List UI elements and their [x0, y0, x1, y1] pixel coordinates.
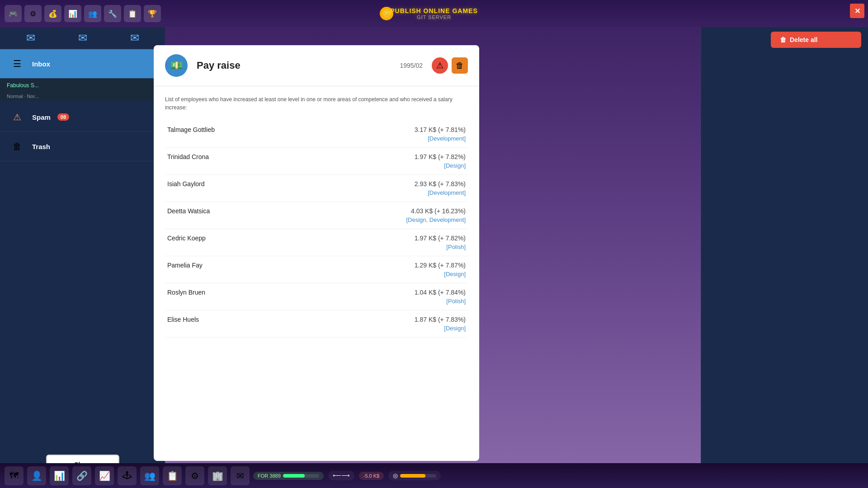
sidebar-item-trash[interactable]: 🗑 Trash [0, 132, 165, 161]
employee-row-1: Trinidad Crona 1.97 K$ (+ 7.82%) [Design… [165, 148, 468, 175]
employee-row-2: Isiah Gaylord 2.93 K$ (+ 7.83%) [Develop… [165, 175, 468, 202]
employee-skill-5: [Design] [167, 271, 466, 277]
taskbar-icon-2[interactable]: 👤 [27, 466, 46, 485]
taskbar-icon-6[interactable]: 🕹 [118, 466, 137, 485]
mail-modal-body: List of employees who have increased at … [154, 86, 479, 461]
inbox-label: Inbox [32, 60, 50, 68]
employee-skill-6: [Polish] [167, 298, 466, 305]
taskbar-icon-3[interactable]: 📊 [50, 466, 69, 485]
top-bar-icon-3[interactable]: 💰 [44, 5, 61, 22]
sidebar-item-inbox[interactable]: ☰ Inbox [0, 49, 165, 79]
employee-name-0: Talmage Gottlieb [167, 126, 215, 133]
employee-row-5: Pamelia Fay 1.29 K$ (+ 7.87%) [Design] [165, 256, 468, 283]
close-trending-button[interactable]: ✕ [850, 4, 864, 18]
employee-skill-0: [Development] [167, 135, 466, 142]
employee-salary-3: 4.03 K$ (+ 16.23%) [411, 207, 466, 215]
delete-all-label: Delete all [790, 36, 817, 43]
progress-bar-1 [283, 474, 319, 478]
inbox-icon: ☰ [9, 56, 25, 72]
employee-salary-2: 2.93 K$ (+ 7.83%) [415, 180, 466, 188]
trash-label: Trash [32, 143, 50, 150]
sidebar-item-spam[interactable]: ⚠ Spam 08 [0, 103, 165, 132]
progress-item-3: -5.0 K$ [359, 472, 384, 480]
normal-text: Normal · Nor... [0, 92, 165, 100]
mail-description: List of employees who have increased at … [165, 95, 468, 112]
taskbar-icon-7[interactable]: 👥 [140, 466, 159, 485]
mail-icon: 💵 [165, 54, 188, 77]
employee-row-4: Cedric Koepp 1.97 K$ (+ 7.82%) [Polish] [165, 229, 468, 256]
top-bar-icon-8[interactable]: 🏆 [144, 5, 161, 22]
spam-badge: 08 [57, 113, 69, 121]
employee-skill-1: [Design] [167, 162, 466, 169]
top-bar-icon-6[interactable]: 🔧 [104, 5, 121, 22]
employee-name-4: Cedric Koepp [167, 235, 206, 242]
employee-skill-3: [Design, Development] [167, 216, 466, 223]
taskbar-progress-area: FOR 3889 ⟵⟶ -5.0 K$ ◎ [253, 471, 863, 480]
progress-label-3: -5.0 K$ [363, 473, 379, 479]
employee-row-6: Roslyn Bruen 1.04 K$ (+ 7.84%) [Polish] [165, 283, 468, 310]
game-title: PUBLISH ONLINE GAMES Git Server [390, 7, 477, 20]
progress-label-2: ⟵⟶ [333, 472, 350, 479]
delete-button[interactable]: 🗑 [452, 57, 468, 74]
progress-fill-1 [283, 474, 305, 478]
progress-bar-4 [400, 474, 436, 478]
mail-nav-icon-1[interactable]: ✉ [26, 32, 35, 44]
employee-skill-4: [Polish] [167, 244, 466, 250]
mail-sidebar: ✉ ✉ ✉ ☰ Inbox Fabulous S... Normal · Nor… [0, 27, 165, 488]
game-subtitle: Git Server [390, 14, 477, 20]
taskbar-icon-10[interactable]: 🏢 [208, 466, 227, 485]
employee-salary-5: 1.29 K$ (+ 7.87%) [415, 262, 466, 269]
taskbar-icon-4[interactable]: 🔗 [72, 466, 91, 485]
employee-name-7: Elise Huels [167, 316, 199, 323]
mail-actions: ⚠ 🗑 [432, 57, 468, 74]
employee-row-0: Talmage Gottlieb 3.17 K$ (+ 7.81%) [Deve… [165, 121, 468, 148]
employee-name-6: Roslyn Bruen [167, 289, 205, 296]
employee-name-3: Deetta Watsica [167, 207, 210, 215]
taskbar-icon-9[interactable]: ⚙ [185, 466, 204, 485]
top-bar-icon-4[interactable]: 📊 [64, 5, 81, 22]
mail-modal-header: 💵 Pay raise 1995/02 ⚠ 🗑 [154, 45, 479, 86]
taskbar-icon-5[interactable]: 📈 [95, 466, 114, 485]
progress-label-4: ◎ [393, 472, 398, 479]
taskbar-icon-8[interactable]: 📋 [163, 466, 182, 485]
mail-nav-icon-2[interactable]: ✉ [78, 32, 87, 44]
employee-salary-7: 1.87 K$ (+ 7.83%) [415, 316, 466, 323]
taskbar: 🗺 👤 📊 🔗 📈 🕹 👥 📋 ⚙ 🏢 ✉ FOR 3889 ⟵⟶ -5.0 K… [0, 463, 868, 488]
mail-date: 1995/02 [400, 62, 423, 69]
mail-title: Pay raise [197, 60, 391, 71]
employee-name-5: Pamelia Fay [167, 262, 203, 269]
employee-salary-1: 1.97 K$ (+ 7.82%) [415, 153, 466, 160]
top-bar-icon-7[interactable]: 📋 [124, 5, 141, 22]
top-bar-icon-1[interactable]: 🎮 [5, 5, 22, 22]
employee-name-2: Isiah Gaylord [167, 180, 204, 188]
delete-all-button[interactable]: 🗑 Delete all [771, 32, 861, 48]
fabulous-text: Fabulous S... [0, 79, 165, 92]
employee-row-7: Elise Huels 1.87 K$ (+ 7.83%) [Design] [165, 310, 468, 338]
employee-name-1: Trinidad Crona [167, 153, 209, 160]
delete-all-icon: 🗑 [780, 36, 786, 43]
top-bar-icon-2[interactable]: ⚙ [24, 5, 42, 22]
trending-panel: Trending Medical Cyberpunk 🗑 Delete all … [701, 0, 868, 488]
flag-button[interactable]: ⚠ [432, 57, 448, 74]
progress-label-1: FOR 3889 [258, 473, 281, 479]
employee-row-3: Deetta Watsica 4.03 K$ (+ 16.23%) [Desig… [165, 202, 468, 229]
top-bar-icon-5[interactable]: 👥 [84, 5, 101, 22]
progress-item-2: ⟵⟶ [328, 471, 354, 480]
employee-salary-4: 1.97 K$ (+ 7.82%) [415, 235, 466, 242]
progress-item-1: FOR 3889 [253, 472, 324, 480]
mail-nav-icons: ✉ ✉ ✉ [0, 27, 165, 49]
employee-skill-7: [Design] [167, 325, 466, 332]
mail-nav-icon-3[interactable]: ✉ [130, 32, 139, 44]
employee-salary-0: 3.17 K$ (+ 7.81%) [415, 126, 466, 133]
employee-salary-6: 1.04 K$ (+ 7.84%) [415, 289, 466, 296]
spam-icon: ⚠ [9, 109, 25, 125]
taskbar-icon-11[interactable]: ✉ [231, 466, 250, 485]
top-bar: 🎮 ⚙ 💰 📊 👥 🔧 📋 🏆 🪙 PUBLISH ONLINE GAMES G… [0, 0, 868, 27]
progress-item-4: ◎ [388, 471, 441, 480]
progress-fill-4 [400, 474, 425, 478]
taskbar-icon-1[interactable]: 🗺 [5, 466, 24, 485]
mail-modal: 💵 Pay raise 1995/02 ⚠ 🗑 List of employee… [154, 45, 479, 461]
employee-skill-2: [Development] [167, 189, 466, 196]
spam-label: Spam [32, 113, 51, 121]
trash-icon: 🗑 [9, 138, 25, 155]
